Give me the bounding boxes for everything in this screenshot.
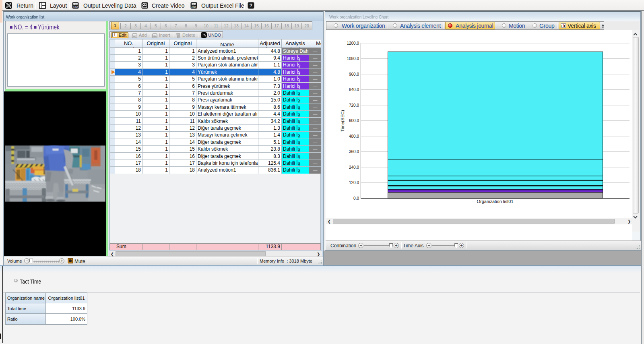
svg-text:360.0: 360.0	[349, 149, 359, 154]
svg-text:840.0: 840.0	[349, 87, 359, 92]
svg-text:Time(SEC): Time(SEC)	[340, 110, 345, 132]
svg-text:1200.0: 1200.0	[347, 41, 359, 46]
svg-text:0.0: 0.0	[353, 196, 359, 201]
svg-text:120.0: 120.0	[349, 180, 359, 185]
svg-text:720.0: 720.0	[349, 103, 359, 108]
svg-text:600.0: 600.0	[349, 118, 359, 123]
svg-text:Organization list01: Organization list01	[477, 199, 513, 204]
svg-text:960.0: 960.0	[349, 72, 359, 77]
svg-text:Xlsx: Xlsx	[73, 5, 78, 8]
svg-text:480.0: 480.0	[349, 134, 359, 139]
svg-text:?: ?	[250, 3, 252, 8]
svg-text:1080.0: 1080.0	[347, 56, 359, 61]
svg-text:Xlsx: Xlsx	[191, 5, 196, 8]
svg-text:240.0: 240.0	[349, 165, 359, 170]
